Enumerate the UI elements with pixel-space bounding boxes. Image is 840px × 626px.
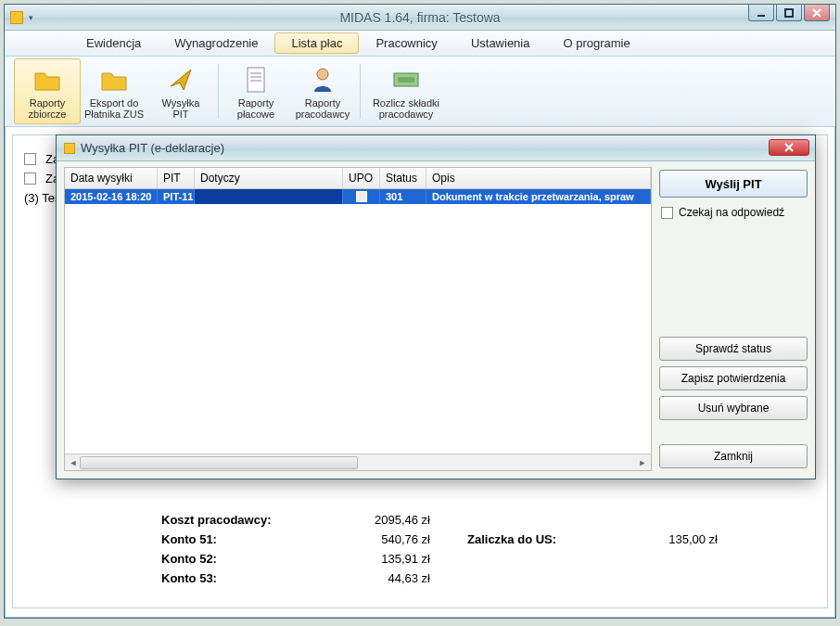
ribbon-wysylka-pit[interactable]: WysyłkaPIT xyxy=(147,58,214,124)
czekaj-checkbox[interactable] xyxy=(661,207,673,219)
money-icon xyxy=(390,64,422,96)
zapisz-potwierdzenia-button[interactable]: Zapisz potwierdzenia xyxy=(659,366,808,390)
maximize-button[interactable] xyxy=(776,5,802,21)
ribbon-eksport-platnik[interactable]: Eksport doPłatnika ZUS xyxy=(81,58,147,124)
svg-rect-3 xyxy=(398,77,414,83)
folder-export-icon xyxy=(98,64,130,96)
menu-wynagrodzenie[interactable]: Wynagrodzenie xyxy=(158,32,274,54)
upo-checkbox-icon xyxy=(356,191,367,202)
dialog-wysylka-pit: Wysyłka PIT (e-deklaracje) Data wysyłki … xyxy=(56,134,816,479)
menu-pracownicy[interactable]: Pracownicy xyxy=(359,32,453,54)
pit-grid[interactable]: Data wysyłki PIT Dotyczy UPO Status Opis… xyxy=(64,167,652,471)
summary-panel: Koszt pracodawcy: 2095,46 zł Konto 51: 5… xyxy=(161,507,718,591)
close-button[interactable] xyxy=(804,5,830,21)
col-pit[interactable]: PIT xyxy=(158,168,195,188)
dialog-side-panel: Wyślij PIT Czekaj na odpowiedź Sprawdź s… xyxy=(659,167,808,471)
menu-bar: Ewidencja Wynagrodzenie Lista płac Praco… xyxy=(5,31,835,57)
dialog-close-button[interactable] xyxy=(769,139,809,156)
menu-lista-plac[interactable]: Lista płac xyxy=(274,32,359,54)
close-icon xyxy=(783,143,795,152)
menu-ustawienia[interactable]: Ustawienia xyxy=(454,32,547,54)
dialog-icon xyxy=(64,143,75,154)
ribbon-raporty-placowe[interactable]: Raportypłacowe xyxy=(223,58,289,124)
col-dotyczy[interactable]: Dotyczy xyxy=(195,168,343,188)
col-upo[interactable]: UPO xyxy=(343,168,380,188)
value-konto51: 540,76 zł xyxy=(319,532,430,546)
label-konto52: Konto 52: xyxy=(161,552,319,566)
label-konto51: Konto 51: xyxy=(161,532,319,546)
checkbox[interactable] xyxy=(24,172,36,185)
dialog-title: Wysyłka PIT (e-deklaracje) xyxy=(81,141,224,155)
folder-icon xyxy=(32,64,63,96)
menu-o-programie[interactable]: O programie xyxy=(546,32,646,54)
ribbon-raporty-zbiorcze[interactable]: Raportyzbiorcze xyxy=(14,58,81,124)
scroll-thumb[interactable] xyxy=(80,456,358,469)
value-zaliczka: 135,00 zł xyxy=(606,532,718,546)
czekaj-label: Czekaj na odpowiedź xyxy=(679,206,784,219)
wyslij-pit-button[interactable]: Wyślij PIT xyxy=(659,170,808,198)
main-title: MIDAS 1.64, firma: Testowa xyxy=(5,10,835,25)
col-opis[interactable]: Opis xyxy=(426,168,651,188)
svg-rect-0 xyxy=(248,68,264,92)
value-koszt-pracodawcy: 2095,46 zł xyxy=(319,513,430,527)
ribbon-raporty-pracodawcy[interactable]: Raportypracodawcy xyxy=(289,58,356,124)
cell-pit: PIT-11 xyxy=(158,189,195,204)
scroll-left-icon[interactable]: ◄ xyxy=(67,456,80,469)
col-status[interactable]: Status xyxy=(380,168,426,188)
sprawdz-status-button[interactable]: Sprawdź status xyxy=(659,337,808,361)
cell-data-wysylki: 2015-02-16 18:20 xyxy=(65,189,158,204)
document-icon xyxy=(240,64,272,96)
table-row[interactable]: 2015-02-16 18:20 PIT-11 301 Dokument w t… xyxy=(65,189,651,204)
label-koszt-pracodawcy: Koszt pracodawcy: xyxy=(161,513,319,527)
ribbon-rozlicz-skladki[interactable]: Rozlicz składkipracodawcy xyxy=(364,58,448,124)
grid-header: Data wysyłki PIT Dotyczy UPO Status Opis xyxy=(65,168,651,189)
menu-ewidencja[interactable]: Ewidencja xyxy=(70,32,158,54)
usun-wybrane-button[interactable]: Usuń wybrane xyxy=(659,396,808,420)
ribbon: Raportyzbiorcze Eksport doPłatnika ZUS W… xyxy=(5,57,835,127)
checkbox[interactable] xyxy=(24,153,36,165)
horizontal-scrollbar[interactable]: ◄ ► xyxy=(65,454,651,470)
cell-upo xyxy=(343,189,380,204)
send-icon xyxy=(165,64,197,96)
label-zaliczka: Zaliczka do US: xyxy=(467,532,606,546)
svg-point-1 xyxy=(317,69,328,80)
scroll-right-icon[interactable]: ► xyxy=(636,456,649,469)
cell-opis: Dokument w trakcie przetwarzania, spraw xyxy=(426,189,651,204)
zamknij-button[interactable]: Zamknij xyxy=(659,444,808,468)
main-titlebar: ▾ MIDAS 1.64, firma: Testowa xyxy=(5,5,835,31)
person-icon xyxy=(307,64,338,96)
dialog-titlebar: Wysyłka PIT (e-deklaracje) xyxy=(57,135,815,161)
label-konto53: Konto 53: xyxy=(161,571,319,585)
cell-status: 301 xyxy=(380,189,426,204)
minimize-button[interactable] xyxy=(748,5,774,21)
col-data-wysylki[interactable]: Data wysyłki xyxy=(65,168,158,188)
cell-dotyczy xyxy=(195,189,343,204)
value-konto52: 135,91 zł xyxy=(319,552,430,566)
value-konto53: 44,63 zł xyxy=(319,571,430,585)
